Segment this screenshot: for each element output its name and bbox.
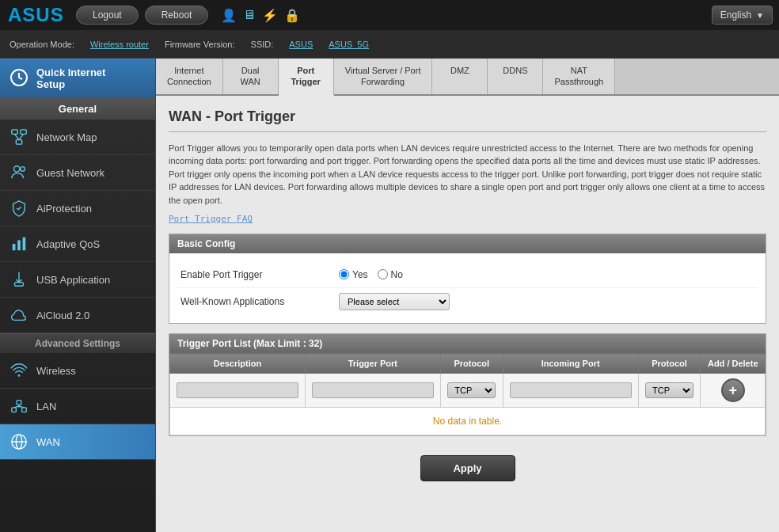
svg-line-5: [15, 134, 20, 139]
cell-add-delete: +: [701, 374, 766, 408]
screen-icon[interactable]: 🖥: [243, 8, 256, 23]
trigger-port-table: Description Trigger Port Protocol Incomi…: [169, 353, 766, 408]
tab-port-trigger[interactable]: PortTrigger: [279, 59, 334, 96]
description-input[interactable]: [177, 382, 298, 398]
enable-no-radio[interactable]: [378, 269, 388, 279]
tab-dmz[interactable]: DMZ: [432, 59, 488, 94]
col-protocol-1: Protocol: [440, 354, 503, 374]
svg-point-7: [14, 166, 20, 172]
usb-icon[interactable]: ⚡: [262, 8, 278, 23]
sidebar-item-lan[interactable]: LAN: [0, 389, 155, 424]
well-known-apps-control: Please select FTP HTTP HTTPS Custom: [339, 293, 450, 310]
basic-config-body: Enable Port Trigger Yes No: [169, 253, 766, 323]
aiprotection-icon: [10, 199, 28, 218]
sidebar-label-usb-application: USB Application: [36, 274, 110, 286]
basic-config-header: Basic Config: [169, 234, 766, 253]
apply-button[interactable]: Apply: [420, 455, 515, 481]
enable-no-option[interactable]: No: [378, 269, 403, 280]
apply-section: Apply: [169, 446, 766, 491]
trigger-port-list-header: Trigger Port List (Max Limit : 32): [169, 334, 766, 353]
ssid5g-value[interactable]: ASUS_5G: [329, 40, 369, 49]
trigger-port-list-body: Description Trigger Port Protocol Incomi…: [169, 353, 766, 435]
cell-trigger-port: [305, 374, 440, 408]
sidebar: Quick InternetSetup General Network Map …: [0, 59, 156, 532]
sidebar-label-wan: WAN: [36, 436, 60, 448]
col-description: Description: [170, 354, 306, 374]
sidebar-item-wireless[interactable]: Wireless: [0, 353, 155, 389]
faq-link[interactable]: Port Trigger FAQ: [169, 214, 253, 224]
reboot-button[interactable]: Reboot: [145, 6, 209, 25]
sidebar-item-adaptive-qos[interactable]: Adaptive QoS: [0, 226, 155, 262]
sidebar-label-adaptive-qos: Adaptive QoS: [36, 238, 100, 250]
col-add-delete: Add / Delete: [701, 354, 766, 374]
svg-line-18: [14, 406, 19, 408]
svg-rect-11: [23, 238, 26, 251]
tab-nat-passthrough[interactable]: NATPassthrough: [543, 59, 615, 94]
logout-button[interactable]: Logout: [76, 6, 139, 25]
quick-setup-label: Quick InternetSetup: [36, 66, 105, 90]
svg-rect-10: [17, 240, 21, 250]
trigger-port-input[interactable]: [312, 382, 434, 398]
svg-line-19: [19, 406, 24, 408]
topbar: ASUS Logout Reboot 👤 🖥 ⚡ 🔒 English ▼: [0, 0, 779, 30]
sidebar-item-aiprotection[interactable]: AiProtection: [0, 191, 155, 226]
sidebar-item-quick-setup[interactable]: Quick InternetSetup: [0, 59, 155, 98]
ssid-label: SSID:: [251, 40, 274, 49]
svg-point-8: [21, 167, 25, 172]
tab-dual-wan[interactable]: DualWAN: [223, 59, 279, 94]
table-input-row: TCP UDP BOTH TC: [170, 374, 766, 408]
sidebar-item-network-map[interactable]: Network Map: [0, 120, 155, 155]
wan-icon: [10, 432, 28, 451]
usb-application-icon: [10, 270, 28, 289]
sidebar-label-aiprotection: AiProtection: [36, 203, 92, 215]
tab-virtual-server[interactable]: Virtual Server / PortForwarding: [334, 59, 433, 94]
svg-line-6: [19, 134, 24, 139]
well-known-apps-label: Well-Known Applications: [180, 296, 339, 307]
quick-setup-icon: [10, 68, 28, 89]
trigger-port-list-section: Trigger Port List (Max Limit : 32) Descr…: [169, 333, 766, 436]
well-known-apps-row: Well-Known Applications Please select FT…: [177, 288, 758, 315]
tab-internet-connection[interactable]: InternetConnection: [156, 59, 223, 94]
sidebar-label-lan: LAN: [36, 401, 56, 412]
enable-port-trigger-row: Enable Port Trigger Yes No: [177, 261, 758, 288]
svg-text:ASUS: ASUS: [8, 4, 64, 25]
enable-yes-radio[interactable]: [339, 269, 349, 279]
sidebar-item-wan[interactable]: WAN: [0, 424, 155, 460]
cell-incoming-port: [503, 374, 638, 408]
language-button[interactable]: English ▼: [712, 6, 773, 25]
incoming-port-input[interactable]: [510, 382, 632, 398]
guest-network-icon: [10, 163, 28, 182]
op-mode-value[interactable]: Wireless router: [90, 40, 149, 49]
sidebar-item-guest-network[interactable]: Guest Network: [0, 155, 155, 191]
content-area: InternetConnection DualWAN PortTrigger V…: [156, 59, 779, 532]
language-label: English: [720, 10, 751, 21]
sidebar-item-aicloud[interactable]: AiCloud 2.0: [0, 298, 155, 333]
well-known-apps-select[interactable]: Please select FTP HTTP HTTPS Custom: [339, 293, 450, 310]
sidebar-item-usb-application[interactable]: USB Application: [0, 262, 155, 298]
sidebar-label-network-map: Network Map: [36, 131, 97, 143]
add-button[interactable]: +: [721, 378, 745, 402]
user-icon[interactable]: 👤: [221, 8, 237, 23]
tab-ddns[interactable]: DDNS: [488, 59, 543, 94]
svg-rect-9: [13, 244, 16, 250]
col-trigger-port: Trigger Port: [305, 354, 440, 374]
page-description: Port Trigger allows you to temporarily o…: [169, 142, 766, 207]
protocol-1-select[interactable]: TCP UDP BOTH: [447, 382, 496, 398]
svg-rect-2: [12, 130, 17, 135]
svg-point-13: [18, 374, 21, 377]
aicloud-icon: [10, 306, 28, 325]
svg-rect-14: [12, 408, 17, 412]
statusbar: Operation Mode: Wireless router Firmware…: [0, 30, 779, 59]
enable-yes-option[interactable]: Yes: [339, 269, 368, 280]
svg-rect-4: [16, 140, 21, 145]
col-protocol-2: Protocol: [638, 354, 701, 374]
protocol-2-select[interactable]: TCP UDP BOTH: [645, 382, 694, 398]
sidebar-label-aicloud: AiCloud 2.0: [36, 310, 89, 321]
sidebar-label-wireless: Wireless: [36, 365, 76, 377]
table-header-row: Description Trigger Port Protocol Incomi…: [170, 354, 766, 374]
lan-icon: [10, 397, 28, 416]
lock-icon[interactable]: 🔒: [284, 8, 300, 23]
ssid-value[interactable]: ASUS: [289, 40, 313, 49]
no-data-message: No data in table.: [169, 408, 766, 435]
svg-rect-3: [21, 130, 26, 135]
